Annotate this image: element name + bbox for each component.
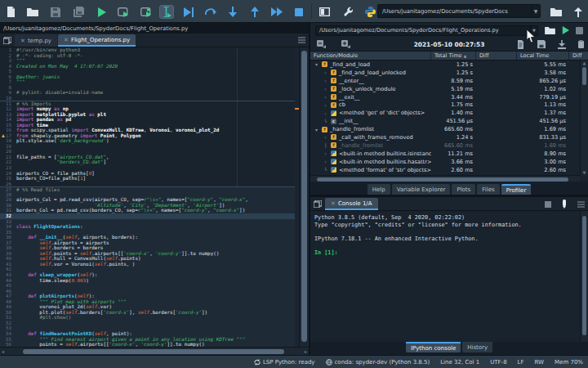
tab-ipython-console[interactable]: IPython console xyxy=(406,342,461,352)
console-line: Python 3.8.5 (default, Sep 4 2020, 02:22… xyxy=(314,214,588,222)
debug-file-icon[interactable] xyxy=(181,5,196,19)
profiler-row[interactable]: └<method 'format' of 'str' objects>2.60 … xyxy=(310,166,580,174)
editor-tab-temp.py[interactable]: ✕temp.py xyxy=(15,34,57,47)
preferences-wrench-icon[interactable] xyxy=(341,5,355,19)
browse-tabs-icon[interactable] xyxy=(310,197,325,210)
browse-directory-icon[interactable] xyxy=(549,5,564,19)
tab-files[interactable]: Files xyxy=(477,184,499,195)
expand-arrow-icon[interactable]: › xyxy=(323,86,328,92)
expand-arrow-icon[interactable]: › xyxy=(323,70,328,75)
column-header-diff2[interactable]: Diff xyxy=(569,52,588,60)
collapse-arrow-icon[interactable]: ▾ xyxy=(314,61,319,67)
profiler-row[interactable]: ├f_handle_fromlist665.60 ms1.69 ms xyxy=(310,141,580,150)
profiler-row[interactable]: ›<method 'get' of 'dict' objects>1.40 ms… xyxy=(310,109,580,117)
run-cell-advance-icon[interactable] xyxy=(139,5,154,19)
profiler-file-combobox[interactable]: /Users/juanitagomez/Documents/SpyderDocs… xyxy=(315,25,538,36)
column-header-total-time[interactable]: Total Time▲ xyxy=(431,52,476,60)
tab-variable-explorer[interactable]: Variable Explorer xyxy=(392,184,451,195)
profiling-timestamp: 2021-05-10 00:27:53 xyxy=(310,41,588,48)
maximize-pane-icon[interactable] xyxy=(317,5,332,19)
editor-vertical-scrollbar[interactable] xyxy=(299,47,309,347)
tab-help[interactable]: Help xyxy=(368,184,390,195)
options-menu-icon[interactable] xyxy=(577,201,585,208)
console-output[interactable]: Python 3.8.5 (default, Sep 4 2020, 02:22… xyxy=(310,211,588,342)
chevron-down-icon[interactable]: ▼ xyxy=(531,5,540,17)
profiler-row[interactable]: ▾f_find_and_load1.25 s5.55 ms xyxy=(310,61,580,69)
expand-arrow-icon[interactable]: › xyxy=(323,102,328,108)
profiler-row[interactable]: ›f_call_with_frames_removed1.24 s831.33 … xyxy=(310,133,580,141)
function-icon: c xyxy=(331,119,336,124)
status-bar: LSP Python: ready conda: spyder-dev (Pyt… xyxy=(0,355,588,368)
editor-options-icon[interactable] xyxy=(294,34,309,47)
close-icon[interactable]: ✕ xyxy=(331,200,336,207)
conda-env-status: conda: spyder-dev (Python 3.8.5) xyxy=(326,359,430,366)
open-file-icon[interactable] xyxy=(25,5,40,19)
function-icon: f xyxy=(331,86,336,92)
browse-tabs-icon[interactable] xyxy=(0,34,15,47)
profiler-vertical-scrollbar[interactable]: ▲▼ xyxy=(580,61,588,175)
profiler-row[interactable]: ›fcb1.75 ms1.13 ms xyxy=(310,101,580,109)
code-editor[interactable]: 1#!/usr/bin/env python32# -*- coding: ut… xyxy=(0,47,309,347)
profiler-row[interactable]: ›f_lock_unlock_module5.19 ms1.02 ms xyxy=(310,85,580,93)
column-header-diff1[interactable]: Diff xyxy=(476,52,517,60)
profiler-row[interactable]: ▾f_handle_fromlist665.60 ms1.69 ms xyxy=(310,125,580,133)
column-header-local-time[interactable]: Local Time xyxy=(517,52,569,60)
tree-branch: ├ xyxy=(323,142,328,148)
run-selection-icon[interactable] xyxy=(159,5,174,19)
console-tab[interactable]: ✕ Console 1/A xyxy=(325,198,378,210)
expand-arrow-icon[interactable]: › xyxy=(323,110,328,116)
profiler-run-icon[interactable] xyxy=(562,26,569,34)
profiler-horizontal-scrollbar[interactable] xyxy=(310,175,580,182)
editor-horizontal-scrollbar[interactable]: ◂▸ xyxy=(0,347,309,355)
console-bottom-tab-bar: IPython consoleHistory xyxy=(310,342,588,355)
save-icon[interactable] xyxy=(48,5,63,19)
profiler-stop-icon[interactable] xyxy=(576,27,583,34)
edit-icon[interactable] xyxy=(561,200,568,209)
close-icon[interactable]: ✕ xyxy=(64,37,69,43)
load-data-icon[interactable] xyxy=(558,40,566,49)
close-icon[interactable]: ✕ xyxy=(20,38,25,44)
chevron-down-icon[interactable]: ▼ xyxy=(530,26,537,35)
function-icon: f xyxy=(331,142,336,148)
profiler-row[interactable]: └c__init__451.56 µs451.56 µs xyxy=(310,117,580,125)
save-data-icon[interactable] xyxy=(537,40,546,48)
editor-tab-Flight_Operations.py[interactable]: ✕Flight_Operations.py xyxy=(58,34,136,47)
expand-arrow-icon[interactable]: › xyxy=(323,78,328,83)
python-logo-icon[interactable] xyxy=(363,5,377,19)
run-cell-icon[interactable] xyxy=(116,5,131,19)
stop-debug-icon[interactable] xyxy=(292,5,306,19)
run-file-icon[interactable] xyxy=(94,5,109,19)
step-return-icon[interactable] xyxy=(247,5,262,19)
working-directory-combobox[interactable]: /Users/juanitagomez/Documents/SpyderDocs… xyxy=(377,4,541,18)
clear-comparison-icon[interactable] xyxy=(577,40,585,49)
console-prompt[interactable]: In [1]: xyxy=(314,249,588,257)
console-vertical-scrollbar[interactable] xyxy=(580,211,588,342)
expand-arrow-icon[interactable]: › xyxy=(323,134,328,140)
tab-profiler[interactable]: Profiler xyxy=(501,184,532,195)
interrupt-kernel-icon[interactable] xyxy=(545,201,551,208)
function-icon: f xyxy=(322,127,327,132)
profiler-row[interactable]: ›f__exit__3.44 ms779.19 µs xyxy=(310,93,580,101)
tab-history[interactable]: History xyxy=(462,342,492,352)
python-builtin-icon xyxy=(331,167,336,173)
profiler-row[interactable]: ›<built-in method builtins.isinstance>11… xyxy=(310,150,580,158)
python-builtin-icon xyxy=(331,159,336,164)
profiler-row[interactable]: ›f_find_and_load_unlocked1.25 s3.58 ms xyxy=(310,69,580,77)
expand-arrow-icon[interactable]: › xyxy=(323,94,328,100)
step-into-icon[interactable] xyxy=(225,5,240,19)
expand-arrow-icon[interactable]: › xyxy=(323,150,328,156)
continue-icon[interactable] xyxy=(270,5,284,19)
tab-plots[interactable]: Plots xyxy=(452,184,475,195)
column-header-function[interactable]: Function/Module xyxy=(310,52,431,60)
collapse-arrow-icon[interactable]: ▾ xyxy=(314,127,319,132)
parent-directory-icon[interactable] xyxy=(571,5,586,19)
profiler-row[interactable]: ›f__enter__8.59 ms865.26 µs xyxy=(310,77,580,85)
profiler-open-file-icon[interactable] xyxy=(545,26,555,34)
save-all-icon[interactable] xyxy=(71,5,86,19)
step-over-icon[interactable] xyxy=(203,5,218,19)
show-output-icon[interactable] xyxy=(517,40,524,49)
expand-arrow-icon[interactable]: › xyxy=(323,159,328,164)
console-line xyxy=(314,228,588,236)
new-file-icon[interactable] xyxy=(3,5,18,19)
profiler-row[interactable]: ›<built-in method builtins.hasattr>3.66 … xyxy=(310,158,580,166)
